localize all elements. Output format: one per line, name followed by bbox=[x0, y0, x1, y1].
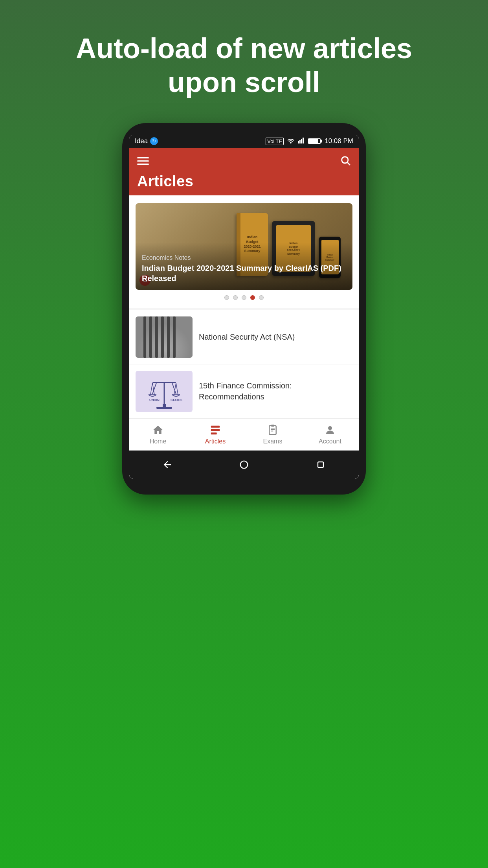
svg-point-4 bbox=[342, 156, 348, 163]
nav-label-exams: Exams bbox=[263, 438, 283, 445]
banner-overlay: Economics Notes Indian Budget 2020-2021 … bbox=[136, 243, 352, 290]
phone-screen: Idea ↻ VoLTE bbox=[129, 135, 359, 479]
svg-line-5 bbox=[347, 162, 350, 165]
sync-icon: ↻ bbox=[150, 137, 158, 145]
volte-indicator: VoLTE bbox=[266, 138, 284, 145]
dot-4-active[interactable] bbox=[250, 295, 255, 300]
nav-label-articles: Articles bbox=[205, 438, 226, 445]
article-item-nsa[interactable]: National Security Act (NSA) bbox=[129, 310, 359, 364]
feature-title: Auto-load of new articles upon scroll bbox=[52, 0, 436, 123]
banner-card[interactable]: IndianBudget2020-2021Summary IndianBudge… bbox=[136, 203, 352, 290]
svg-rect-27 bbox=[271, 425, 274, 427]
app-bar-top bbox=[137, 155, 351, 167]
article-item-finance[interactable]: UNION STATES 15th Finance Commission: Re… bbox=[129, 364, 359, 419]
content-area: IndianBudget2020-2021Summary IndianBudge… bbox=[129, 195, 359, 419]
nav-label-home: Home bbox=[150, 438, 167, 445]
svg-point-29 bbox=[240, 461, 248, 468]
svg-line-12 bbox=[172, 383, 176, 394]
nav-item-articles[interactable]: Articles bbox=[187, 424, 244, 445]
nav-label-account: Account bbox=[319, 438, 341, 445]
svg-rect-30 bbox=[318, 462, 323, 467]
svg-rect-3 bbox=[303, 138, 304, 143]
back-button[interactable] bbox=[160, 458, 174, 472]
svg-rect-22 bbox=[211, 432, 217, 434]
search-button[interactable] bbox=[340, 155, 351, 167]
svg-line-17 bbox=[176, 383, 178, 395]
time-display: 10:08 PM bbox=[325, 137, 353, 145]
svg-point-28 bbox=[328, 426, 332, 430]
prison-bars bbox=[136, 316, 193, 358]
svg-rect-0 bbox=[298, 141, 299, 143]
svg-rect-23 bbox=[269, 426, 276, 435]
nav-item-exams[interactable]: Exams bbox=[244, 424, 301, 445]
svg-rect-2 bbox=[301, 139, 302, 143]
signal-icon bbox=[298, 137, 305, 145]
account-nav-icon bbox=[324, 424, 336, 436]
article-thumb-nsa bbox=[136, 316, 193, 358]
home-nav-icon bbox=[152, 424, 164, 436]
nav-item-home[interactable]: Home bbox=[129, 424, 187, 445]
dot-2[interactable] bbox=[233, 295, 238, 300]
recents-button[interactable] bbox=[314, 458, 328, 472]
slider-dots bbox=[136, 290, 352, 304]
home-button[interactable] bbox=[237, 458, 251, 472]
exams-nav-icon bbox=[266, 424, 279, 436]
svg-text:STATES: STATES bbox=[171, 398, 183, 402]
scale-icon: UNION STATES bbox=[145, 374, 184, 410]
svg-rect-21 bbox=[211, 429, 220, 431]
app-bar: Articles bbox=[129, 148, 359, 195]
android-nav-bar bbox=[129, 451, 359, 479]
wifi-icon bbox=[287, 137, 295, 145]
svg-rect-7 bbox=[156, 407, 172, 409]
svg-text:UNION: UNION bbox=[149, 398, 160, 402]
status-left: Idea ↻ bbox=[135, 137, 158, 145]
svg-rect-1 bbox=[299, 140, 301, 143]
article-list: National Security Act (NSA) bbox=[129, 310, 359, 419]
phone-mockup: Idea ↻ VoLTE bbox=[122, 123, 366, 495]
carrier-name: Idea bbox=[135, 137, 148, 145]
banner-slider[interactable]: IndianBudget2020-2021Summary IndianBudge… bbox=[129, 195, 359, 308]
page-title: Articles bbox=[137, 173, 351, 190]
dot-5[interactable] bbox=[259, 295, 264, 300]
battery-icon bbox=[308, 138, 321, 144]
svg-rect-8 bbox=[163, 382, 165, 405]
banner-category: Economics Notes bbox=[142, 254, 346, 261]
dot-3[interactable] bbox=[242, 295, 246, 300]
menu-button[interactable] bbox=[137, 157, 149, 165]
banner-title: Indian Budget 2020-2021 Summary by Clear… bbox=[142, 263, 346, 283]
svg-line-10 bbox=[152, 383, 156, 394]
nav-item-account[interactable]: Account bbox=[301, 424, 359, 445]
svg-line-14 bbox=[150, 383, 152, 395]
status-right: VoLTE 10:08 PM bbox=[266, 137, 353, 145]
articles-nav-icon bbox=[209, 424, 222, 436]
article-title-finance: 15th Finance Commission: Recommendations bbox=[199, 380, 352, 402]
article-title-nsa: National Security Act (NSA) bbox=[199, 331, 295, 342]
article-thumb-finance: UNION STATES bbox=[136, 371, 193, 412]
dot-1[interactable] bbox=[224, 295, 229, 300]
status-bar: Idea ↻ VoLTE bbox=[129, 135, 359, 148]
bottom-nav: Home Articles bbox=[129, 419, 359, 451]
svg-rect-20 bbox=[211, 426, 220, 428]
